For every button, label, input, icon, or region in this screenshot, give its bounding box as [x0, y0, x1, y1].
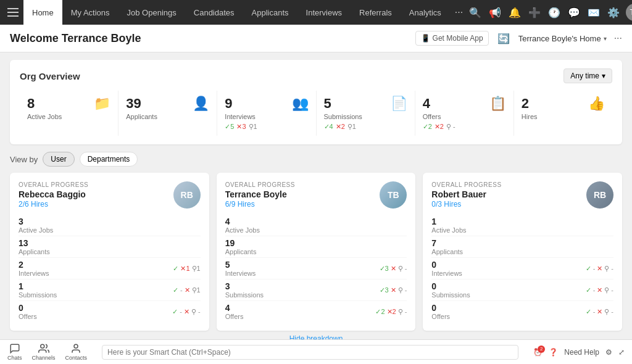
contacts-button[interactable]: Contacts — [65, 343, 88, 361]
check-badge: ✓ — [173, 286, 178, 294]
nav-tab-candidates[interactable]: Candidates — [185, 0, 243, 25]
stat-active-jobs[interactable]: 8 Active Jobs 📁 — [20, 91, 118, 136]
stat-label: Offers — [423, 113, 506, 120]
stat-submissions[interactable]: 5 Submissions 📄 ✓4 ✕2 ⚲1 — [317, 91, 415, 136]
user-card-info: Overall Progress Rebecca Baggio 2/6 Hire… — [19, 181, 88, 209]
stat-offers[interactable]: 4 Offers 📋 ✓2 ✕2 ⚲ - — [415, 91, 514, 136]
question-icon[interactable]: ❓ — [549, 348, 558, 357]
chevron-down-icon: ▾ — [604, 35, 607, 42]
bottom-bar: Chats Channels Contacts ⏰ 2 ❓ Need Help … — [0, 339, 632, 364]
user-avatar[interactable]: TB — [626, 4, 632, 21]
channels-button[interactable]: Channels — [32, 343, 56, 361]
card-stat-badges: ✓ - ✕ ⚲ - — [586, 265, 613, 273]
nav-tab-interviews[interactable]: Interviews — [297, 0, 351, 25]
channels-icon — [38, 343, 49, 354]
pin-badge: ⚲ — [398, 308, 403, 316]
search-icon[interactable]: 🔍 — [468, 5, 483, 20]
refresh-icon[interactable]: 🔄 — [496, 31, 511, 46]
user-card-header: Overall Progress Terrance Boyle 6/9 Hire… — [225, 181, 407, 209]
header-more-button[interactable]: ··· — [614, 33, 622, 44]
pin-badge: ⚲ — [604, 286, 609, 294]
card-stat-row: 3 Active Jobs — [19, 215, 201, 236]
card-stat-row: 0 Offers ✓ - ✕ ⚲ - — [19, 301, 201, 322]
chat-icon[interactable]: 💬 — [567, 5, 581, 20]
check-icon: ✓2 — [423, 123, 432, 131]
group-icon: 👥 — [292, 96, 309, 112]
card-stat-row: 4 Active Jobs — [225, 215, 407, 236]
view-by-user-button[interactable]: User — [43, 152, 74, 167]
nav-tabs: Home My Actions Job Openings Candidates … — [23, 0, 450, 25]
nav-tab-job-openings[interactable]: Job Openings — [118, 0, 185, 25]
x-badge: ✕ — [597, 308, 602, 316]
header-bar: Welcome Terrance Boyle 📱 Get Mobile App … — [0, 25, 632, 52]
bell-icon[interactable]: 🔔 — [507, 5, 522, 20]
overall-progress-label: Overall Progress — [225, 181, 295, 188]
card-stat-badges: ✓ - ✕ ⚲ - — [172, 308, 200, 316]
need-help-button[interactable]: Need Help — [564, 348, 599, 357]
user-card-info: Overall Progress Robert Bauer 0/3 Hires — [431, 181, 501, 209]
clock-icon[interactable]: 🕐 — [547, 5, 562, 20]
card-stat-row: 0 Submissions ✓ - ✕ ⚲ - — [431, 279, 613, 301]
chats-button[interactable]: Chats — [7, 343, 22, 361]
stat-sub: ✓4 ✕2 ⚲1 — [324, 123, 407, 131]
card-stat-row: 4 Offers ✓2 ✕2 ⚲ - — [225, 301, 407, 322]
check-badge: ✓ — [172, 308, 178, 316]
check-badge: ✓ — [586, 286, 591, 294]
pin-badge: ⚲ — [604, 308, 609, 316]
card-stat-row: 2 Interviews ✓ ✕1 ⚲1 — [19, 258, 201, 279]
top-navigation: Home My Actions Job Openings Candidates … — [0, 0, 632, 25]
user-avatar: RB — [173, 181, 201, 209]
header-right: 📱 Get Mobile App 🔄 Terrance Boyle's Home… — [415, 31, 622, 46]
settings2-icon[interactable]: ⚙ — [605, 348, 612, 357]
settings-icon[interactable]: ⚙️ — [606, 5, 621, 20]
smart-chat-input[interactable] — [102, 345, 518, 360]
hide-breakdown-button[interactable]: Hide breakdown — [10, 331, 622, 339]
nav-tab-home[interactable]: Home — [23, 0, 62, 25]
phone-icon: 📱 — [421, 34, 430, 43]
mobile-app-button[interactable]: 📱 Get Mobile App — [415, 31, 489, 46]
card-stat-badges: ✓3 ✕ ⚲ - — [380, 286, 407, 294]
x-badge: ✕ — [597, 286, 602, 294]
user-avatar: RB — [586, 181, 613, 209]
pin-badge: ⚲1 — [192, 265, 201, 273]
user-hires: 2/6 Hires — [19, 200, 88, 209]
alarm-button[interactable]: ⏰ 2 — [533, 348, 543, 357]
user-cards-row: Overall Progress Rebecca Baggio 2/6 Hire… — [10, 173, 622, 331]
hamburger-menu[interactable] — [5, 4, 21, 21]
pin-badge: ⚲ — [398, 286, 403, 294]
nav-more-button[interactable]: ··· — [450, 7, 468, 18]
nav-tab-my-actions[interactable]: My Actions — [62, 0, 118, 25]
user-name: Rebecca Baggio — [19, 189, 88, 199]
svg-point-0 — [40, 344, 44, 348]
stat-sub: ✓5 ✕3 ⚲1 — [225, 123, 308, 131]
alarm-badge: 2 — [538, 345, 545, 353]
dash-badge: - — [611, 265, 613, 272]
megaphone-icon[interactable]: 📢 — [488, 5, 502, 20]
dash-badge: - — [611, 308, 613, 315]
dash-badge: - — [593, 265, 596, 272]
any-time-button[interactable]: Any time ▾ — [563, 68, 612, 83]
stat-hires[interactable]: 2 Hires 👍 — [514, 91, 612, 136]
x-badge: ✕ — [597, 265, 602, 273]
card-stat-badges: ✓3 ✕ ⚲ - — [380, 265, 407, 273]
user-avatar: TB — [380, 181, 407, 209]
nav-tab-applicants[interactable]: Applicants — [243, 0, 297, 25]
nav-tab-analytics[interactable]: Analytics — [401, 0, 450, 25]
stat-sub: ✓2 ✕2 ⚲ - — [423, 123, 506, 131]
expand-icon[interactable]: ⤢ — [618, 348, 625, 357]
nav-tab-referrals[interactable]: Referrals — [351, 0, 401, 25]
mail-icon[interactable]: ✉️ — [586, 5, 601, 20]
view-by-departments-button[interactable]: Departments — [80, 152, 138, 167]
x-icon: ✕2 — [336, 123, 345, 131]
card-stat-row: 13 Applicants — [19, 236, 201, 258]
dash-badge: - — [180, 308, 182, 315]
stat-interviews[interactable]: 9 Interviews 👥 ✓5 ✕3 ⚲1 — [217, 91, 316, 136]
stat-applicants[interactable]: 39 Applicants 👤 — [118, 91, 217, 136]
x-badge: ✕1 — [180, 265, 189, 273]
home-selector[interactable]: Terrance Boyle's Home ▾ — [518, 34, 607, 43]
card-stat-row: 1 Submissions ✓ - ✕ ⚲1 — [19, 279, 201, 301]
check-badge: ✓ — [586, 265, 591, 273]
person-icon: 👤 — [193, 96, 209, 112]
card-stat-badges: ✓ - ✕ ⚲ - — [586, 308, 613, 316]
add-icon[interactable]: ➕ — [527, 5, 542, 20]
